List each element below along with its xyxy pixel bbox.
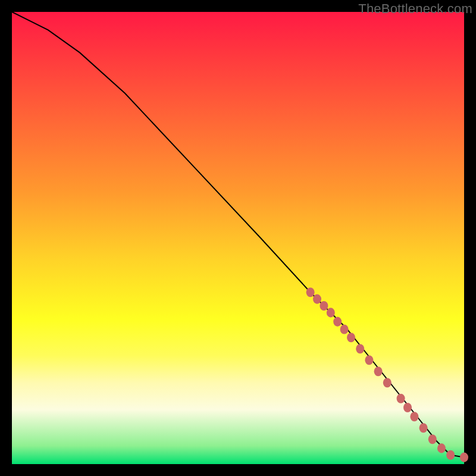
data-marker <box>374 367 383 376</box>
data-marker <box>403 403 412 412</box>
chart-frame: TheBottleneck.com <box>0 0 476 476</box>
watermark-text: TheBottleneck.com <box>358 1 472 17</box>
markers-group <box>306 287 468 462</box>
chart-svg <box>12 12 464 464</box>
data-marker <box>419 423 428 433</box>
curve-path <box>12 12 464 458</box>
data-marker <box>460 453 468 462</box>
data-marker <box>437 443 446 453</box>
data-marker <box>410 412 418 421</box>
data-marker <box>356 344 364 353</box>
data-marker <box>397 394 405 403</box>
data-marker <box>333 317 342 327</box>
data-marker <box>327 308 335 317</box>
data-marker <box>340 324 349 334</box>
data-marker <box>306 287 315 297</box>
data-marker <box>347 333 355 342</box>
data-marker <box>313 295 321 304</box>
data-marker <box>383 378 392 387</box>
data-marker <box>320 301 328 311</box>
data-marker <box>428 434 437 444</box>
data-marker <box>446 450 455 460</box>
plot-area <box>12 12 464 464</box>
data-marker <box>365 355 373 365</box>
